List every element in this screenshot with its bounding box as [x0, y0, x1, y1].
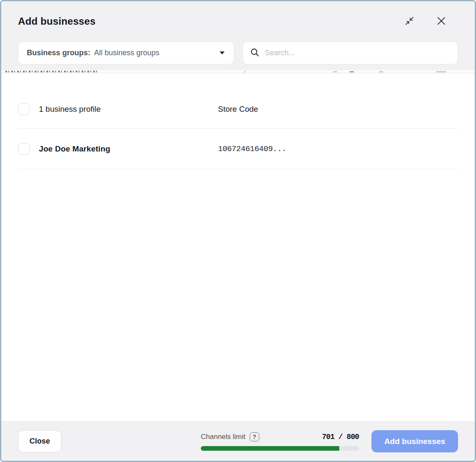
business-name: Joe Doe Marketing: [39, 144, 218, 154]
business-groups-select[interactable]: Business groups: All business groups: [18, 41, 234, 64]
modal-header: Add businesses: [1, 1, 475, 70]
business-groups-value: All business groups: [94, 49, 220, 57]
table-header-row: 1 business profile Store Code: [18, 73, 458, 129]
channels-usage-count: 701 / 800: [322, 433, 359, 441]
collapse-icon: [404, 15, 415, 28]
chevron-down-icon: [220, 51, 225, 54]
store-code-value: 106724616409...: [218, 144, 287, 154]
search-box[interactable]: [243, 41, 458, 64]
clipped-text-fragment: [5, 71, 98, 72]
close-modal-button[interactable]: Close: [18, 430, 61, 452]
add-businesses-modal: Add businesses: [0, 0, 476, 462]
business-list: 1 business profile Store Code Joe Doe Ma…: [1, 73, 475, 421]
selection-count-label: 1 business profile: [39, 105, 218, 114]
channels-limit-block: Channels limit ? 701 / 800: [201, 432, 359, 451]
row-checkbox[interactable]: [18, 143, 30, 155]
close-icon: [436, 16, 446, 27]
help-icon[interactable]: ?: [250, 432, 259, 441]
clipped-row-remnant: [1, 70, 475, 73]
close-button[interactable]: [435, 15, 448, 28]
select-all-checkbox[interactable]: [18, 103, 30, 115]
search-icon: [250, 47, 265, 59]
channels-limit-label: Channels limit: [201, 433, 246, 441]
page-title: Add businesses: [18, 15, 95, 27]
search-input[interactable]: [265, 49, 451, 57]
channels-progress-track: [201, 446, 359, 451]
add-businesses-button[interactable]: Add businesses: [371, 430, 458, 452]
store-code-column-header: Store Code: [218, 105, 258, 114]
business-groups-label: Business groups:: [27, 49, 90, 57]
channels-progress-fill: [201, 446, 339, 451]
modal-footer: Close Channels limit ? 701 / 800 Add bus…: [1, 421, 475, 461]
table-row[interactable]: Joe Doe Marketing 106724616409...: [18, 129, 458, 169]
collapse-button[interactable]: [403, 15, 416, 28]
